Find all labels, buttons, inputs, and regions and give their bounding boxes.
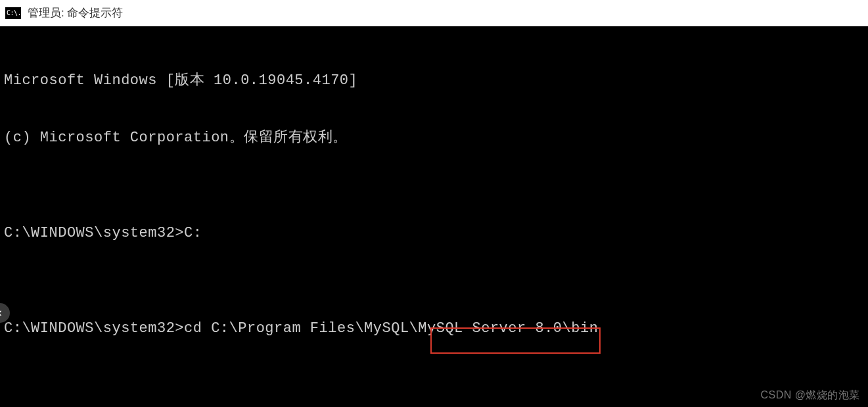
terminal-line: Microsoft Windows [版本 10.0.19045.4170] [4, 71, 864, 90]
window-title: 管理员: 命令提示符 [28, 5, 123, 20]
terminal-area[interactable]: Microsoft Windows [版本 10.0.19045.4170] (… [0, 26, 868, 407]
terminal-line: (c) Microsoft Corporation。保留所有权利。 [4, 128, 864, 147]
terminal-line: C:\WINDOWS\system32>cd C:\Program Files\… [4, 319, 864, 338]
chevron-left-icon: ‹ [0, 306, 3, 320]
terminal-line: C:\WINDOWS\system32>C: [4, 224, 864, 243]
window-titlebar: C:\. 管理员: 命令提示符 [0, 0, 868, 26]
cmd-icon: C:\. [5, 7, 21, 19]
watermark-text: CSDN @燃烧的泡菜 [760, 385, 860, 404]
